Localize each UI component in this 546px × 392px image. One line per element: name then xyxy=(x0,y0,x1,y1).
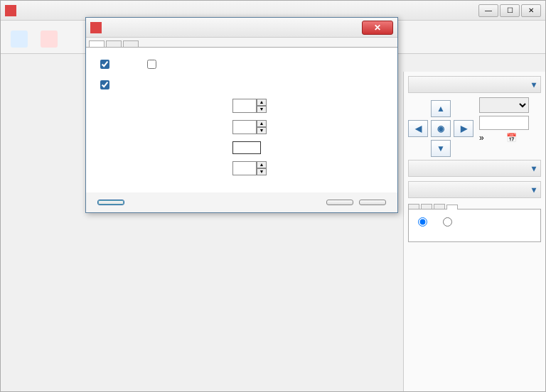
chevron-down-icon: ▾ xyxy=(532,185,536,195)
close-button[interactable]: ✕ xyxy=(521,4,541,17)
nav-center[interactable]: ◉ xyxy=(431,120,451,137)
nav-cal-icon[interactable]: 📅 xyxy=(506,133,526,143)
tab-forecast[interactable] xyxy=(446,205,458,209)
dialog-titlebar: ✕ xyxy=(86,18,397,38)
month-select[interactable] xyxy=(479,97,529,113)
tab-main[interactable] xyxy=(89,40,105,47)
chevron-down-icon: ▾ xyxy=(532,163,536,173)
spin-cycle[interactable]: ▲▼ xyxy=(232,161,268,175)
tool-change[interactable] xyxy=(6,29,32,50)
cancel-button[interactable] xyxy=(359,200,386,205)
info-tabs xyxy=(408,204,541,209)
app-icon xyxy=(90,22,102,33)
display-header[interactable]: ▾ xyxy=(408,181,541,198)
nav-left[interactable]: ◀ xyxy=(408,120,428,137)
dialog-buttons xyxy=(86,192,397,212)
chk-toolbar[interactable] xyxy=(97,78,386,92)
chevron-down-icon: ▾ xyxy=(532,80,536,89)
user-icon xyxy=(11,31,28,48)
spin-down[interactable]: ▼ xyxy=(257,127,267,134)
app-icon xyxy=(5,5,16,16)
ok-button[interactable] xyxy=(97,200,124,205)
calendar-icon xyxy=(41,31,58,48)
tab-reminders[interactable] xyxy=(123,40,139,47)
settings-body: ▲▼ ▲▼ ▲▼ xyxy=(86,48,397,192)
maximize-button[interactable]: ☐ xyxy=(500,4,520,17)
cal-name-header[interactable]: ▾ xyxy=(408,160,541,177)
tab-signs[interactable] xyxy=(421,204,432,209)
spin-vert[interactable]: ▲▼ xyxy=(232,120,268,134)
reset-button[interactable] xyxy=(326,200,353,205)
radio-today[interactable] xyxy=(414,215,429,229)
settings-dialog: ✕ ▲▼ ▲▼ xyxy=(85,17,398,213)
spin-horiz[interactable]: ▲▼ xyxy=(232,99,268,113)
spin-up[interactable]: ▲ xyxy=(257,99,267,106)
settings-tabs xyxy=(86,38,397,48)
dialog-close-button[interactable]: ✕ xyxy=(362,21,393,35)
spin-down[interactable]: ▼ xyxy=(257,106,267,113)
nav-header[interactable]: ▾ xyxy=(408,76,541,93)
chk-tray[interactable] xyxy=(144,58,163,71)
nav-up[interactable]: ▲ xyxy=(431,100,451,117)
nav-down[interactable]: ▼ xyxy=(431,140,451,157)
spin-up[interactable]: ▲ xyxy=(257,120,267,127)
spin-down[interactable]: ▼ xyxy=(257,168,267,175)
forecast-body xyxy=(408,209,541,242)
year-input[interactable] xyxy=(479,116,529,130)
tab-days[interactable] xyxy=(408,204,419,209)
tab-fonts[interactable] xyxy=(106,40,122,47)
radio-cursor[interactable] xyxy=(439,215,454,229)
nav-fast-right[interactable]: » xyxy=(479,133,503,143)
tab-info[interactable] xyxy=(434,204,445,209)
nav-right[interactable]: ▶ xyxy=(454,120,473,137)
side-panel: ▾ ▲ ◀ ◉ ▶ ▼ » xyxy=(403,72,545,391)
tool-calendar[interactable] xyxy=(36,29,62,50)
spin-up[interactable]: ▲ xyxy=(257,161,267,168)
nav-arrows: ▲ ◀ ◉ ▶ ▼ xyxy=(408,100,473,157)
minimize-button[interactable]: — xyxy=(478,4,498,17)
color-picker[interactable] xyxy=(232,141,261,154)
chk-splash[interactable] xyxy=(97,58,116,71)
